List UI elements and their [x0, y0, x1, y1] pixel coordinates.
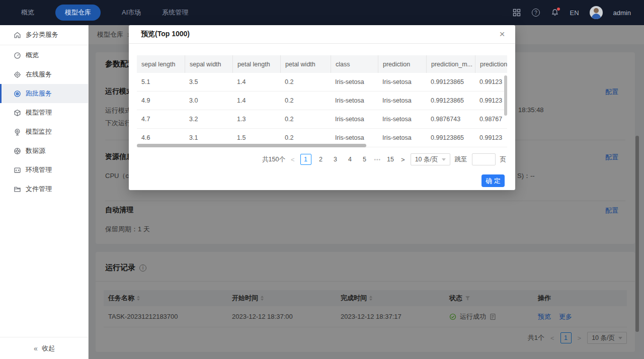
home-icon: [14, 31, 21, 39]
sidebar-item-env-mgmt[interactable]: 环境管理: [0, 160, 88, 180]
next-page-arrow[interactable]: >: [400, 156, 406, 163]
jump-to-label: 跳至: [455, 155, 467, 164]
sidebar-divider: [0, 45, 88, 45]
nav-item-ai-market[interactable]: AI市场: [122, 8, 141, 17]
sidebar-item-data-source[interactable]: 数据源: [0, 141, 88, 160]
col-prediction-2: prediction: [475, 55, 507, 73]
preview-table-wrap: sepal length sepal width petal length pe…: [137, 55, 507, 165]
sidebar-collapse-button[interactable]: « 收起: [0, 337, 89, 359]
sidebar-item-label: 模型监控: [26, 127, 52, 136]
user-avatar[interactable]: [590, 6, 603, 19]
sidebar-item-online-service[interactable]: 在线服务: [0, 65, 88, 84]
modal-title: 预览(Top 1000): [141, 30, 190, 39]
modal-pagination: 共150个 < 1 2 3 4 5 ••• 15 > 10 条/页 跳至 页: [262, 153, 506, 165]
col-prediction-m: prediction_m...: [426, 55, 475, 73]
nav-item-overview[interactable]: 概览: [21, 8, 34, 17]
col-sepal-length: sepal length: [137, 55, 185, 73]
database-icon: [14, 147, 21, 155]
gauge-icon: [14, 52, 21, 59]
sidebar-item-model-mgmt[interactable]: 模型管理: [0, 103, 88, 122]
notification-bell-icon[interactable]: [551, 9, 559, 17]
nav-item-model-repo[interactable]: 模型仓库: [55, 5, 101, 21]
sidebar-item-label: 模型管理: [26, 108, 52, 117]
sidebar-item-overview[interactable]: 概览: [0, 46, 88, 65]
chevron-down-icon: [442, 158, 446, 161]
col-class: class: [331, 55, 378, 73]
page-15[interactable]: 15: [385, 156, 395, 163]
page-unit-label: 页: [500, 155, 507, 164]
preview-table-header: sepal length sepal width petal length pe…: [137, 55, 507, 73]
table-row: 4.9 3.0 1.4 0.2 Iris-setosa Iris-setosa …: [137, 92, 507, 110]
page-2[interactable]: 2: [316, 156, 326, 163]
jump-to-input[interactable]: [472, 153, 496, 165]
app-root: 概览 模型仓库 AI市场 系统管理 ? EN: [0, 0, 644, 359]
collapse-label: 收起: [42, 344, 55, 353]
table-row: 4.7 3.2 1.3 0.2 Iris-setosa Iris-setosa …: [137, 110, 507, 129]
cube-icon: [14, 109, 21, 117]
target-icon: [14, 90, 21, 98]
preview-table: sepal length sepal width petal length pe…: [137, 55, 507, 147]
sidebar: 多分类服务 概览 在线服务 跑批服务 模型管理: [0, 25, 89, 359]
language-switcher[interactable]: EN: [570, 9, 579, 17]
pages-ellipsis[interactable]: •••: [374, 157, 381, 162]
modal-header: 预览(Top 1000): [129, 25, 515, 44]
page-size-select[interactable]: 10 条/页: [411, 153, 450, 165]
notification-badge: [557, 8, 560, 11]
sidebar-item-label: 文件管理: [26, 185, 52, 194]
sidebar-item-label: 数据源: [26, 146, 45, 155]
code-window-icon: [14, 166, 21, 174]
table-row: 5.1 3.5 1.4 0.2 Iris-setosa Iris-setosa …: [137, 73, 507, 92]
total-count: 共150个: [262, 155, 285, 164]
page-5[interactable]: 5: [360, 156, 370, 163]
gear-icon: [14, 71, 21, 78]
username-label[interactable]: admin: [613, 9, 631, 17]
table-vertical-scrollbar-thumb[interactable]: [504, 75, 507, 116]
col-petal-length: petal length: [232, 55, 280, 73]
monitor-icon: [14, 128, 21, 136]
col-petal-width: petal width: [280, 55, 331, 73]
scrollbar-thumb[interactable]: [137, 144, 366, 147]
confirm-button[interactable]: 确 定: [481, 174, 505, 187]
sidebar-item-model-monitor[interactable]: 模型监控: [0, 122, 88, 141]
col-sepal-width: sepal width: [185, 55, 232, 73]
nav-item-system-mgmt[interactable]: 系统管理: [162, 8, 188, 17]
sidebar-item-label: 环境管理: [26, 165, 52, 174]
table-horizontal-scrollbar[interactable]: [137, 144, 507, 147]
preview-modal: 预览(Top 1000) × sepal length sepal width …: [129, 25, 515, 190]
sidebar-item-file-mgmt[interactable]: 文件管理: [0, 180, 88, 199]
col-prediction: prediction: [378, 55, 426, 73]
apps-grid-icon[interactable]: [513, 9, 521, 17]
primary-nav: 概览 模型仓库 AI市场 系统管理: [21, 5, 188, 21]
help-icon[interactable]: ?: [532, 9, 540, 17]
page-1-active[interactable]: 1: [300, 154, 311, 165]
sidebar-item-batch-service[interactable]: 跑批服务: [0, 84, 88, 103]
page-4[interactable]: 4: [345, 156, 355, 163]
sidebar-item-multiclass-service[interactable]: 多分类服务: [0, 25, 88, 44]
folder-icon: [14, 186, 21, 193]
prev-page-arrow[interactable]: <: [290, 156, 296, 163]
navbar-right: ? EN admin: [513, 6, 631, 19]
close-icon[interactable]: ×: [496, 28, 508, 40]
double-chevron-left-icon: «: [34, 344, 38, 352]
sidebar-item-label: 多分类服务: [26, 30, 58, 39]
page-3[interactable]: 3: [331, 156, 341, 163]
top-navbar: 概览 模型仓库 AI市场 系统管理 ? EN: [0, 0, 644, 25]
sidebar-item-label: 概览: [26, 51, 39, 60]
sidebar-item-label: 跑批服务: [26, 89, 52, 98]
sidebar-item-label: 在线服务: [26, 70, 52, 79]
